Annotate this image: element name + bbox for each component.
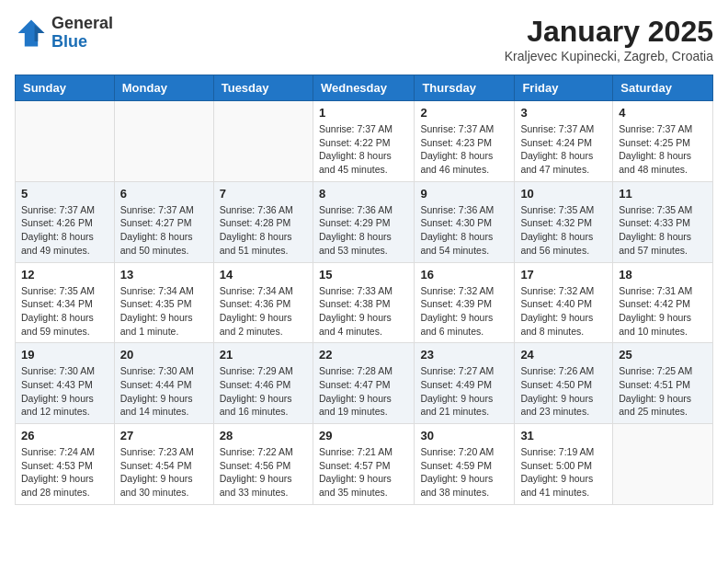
calendar-cell: 4Sunrise: 7:37 AM Sunset: 4:25 PM Daylig… — [613, 101, 713, 182]
calendar-week-5: 26Sunrise: 7:24 AM Sunset: 4:53 PM Dayli… — [16, 424, 713, 505]
day-number: 29 — [319, 429, 408, 442]
day-info: Sunrise: 7:35 AM Sunset: 4:32 PM Dayligh… — [520, 203, 607, 258]
calendar-cell: 19Sunrise: 7:30 AM Sunset: 4:43 PM Dayli… — [16, 343, 115, 424]
calendar-cell: 5Sunrise: 7:37 AM Sunset: 4:26 PM Daylig… — [16, 181, 115, 262]
calendar-cell: 14Sunrise: 7:34 AM Sunset: 4:36 PM Dayli… — [213, 262, 313, 343]
day-info: Sunrise: 7:21 AM Sunset: 4:57 PM Dayligh… — [319, 445, 408, 500]
calendar-cell — [613, 424, 713, 505]
day-number: 25 — [619, 348, 707, 362]
day-number: 2 — [420, 106, 508, 120]
day-info: Sunrise: 7:34 AM Sunset: 4:35 PM Dayligh… — [120, 284, 208, 339]
calendar-cell: 8Sunrise: 7:36 AM Sunset: 4:29 PM Daylig… — [313, 181, 414, 262]
calendar-cell: 25Sunrise: 7:25 AM Sunset: 4:51 PM Dayli… — [613, 343, 713, 424]
calendar-cell: 22Sunrise: 7:28 AM Sunset: 4:47 PM Dayli… — [313, 343, 414, 424]
svg-marker-1 — [35, 25, 45, 41]
day-number: 8 — [319, 187, 408, 201]
day-info: Sunrise: 7:29 AM Sunset: 4:46 PM Dayligh… — [220, 364, 307, 419]
day-number: 1 — [319, 106, 408, 120]
calendar-cell — [16, 101, 115, 182]
calendar-cell: 20Sunrise: 7:30 AM Sunset: 4:44 PM Dayli… — [114, 343, 213, 424]
day-info: Sunrise: 7:31 AM Sunset: 4:42 PM Dayligh… — [619, 284, 707, 339]
calendar-cell: 7Sunrise: 7:36 AM Sunset: 4:28 PM Daylig… — [213, 181, 313, 262]
day-info: Sunrise: 7:26 AM Sunset: 4:50 PM Dayligh… — [520, 364, 607, 419]
calendar-cell: 26Sunrise: 7:24 AM Sunset: 4:53 PM Dayli… — [16, 424, 115, 505]
day-number: 11 — [619, 187, 707, 201]
calendar-cell: 31Sunrise: 7:19 AM Sunset: 5:00 PM Dayli… — [515, 424, 613, 505]
day-number: 21 — [220, 348, 307, 362]
calendar-week-3: 12Sunrise: 7:35 AM Sunset: 4:34 PM Dayli… — [16, 262, 713, 343]
title-block: January 2025 Kraljevec Kupinecki, Zagreb… — [505, 15, 713, 63]
weekday-header-wednesday: Wednesday — [313, 75, 414, 101]
day-info: Sunrise: 7:32 AM Sunset: 4:40 PM Dayligh… — [520, 284, 607, 339]
calendar-cell: 13Sunrise: 7:34 AM Sunset: 4:35 PM Dayli… — [114, 262, 213, 343]
calendar-cell: 6Sunrise: 7:37 AM Sunset: 4:27 PM Daylig… — [114, 181, 213, 262]
day-number: 14 — [220, 268, 307, 282]
day-info: Sunrise: 7:25 AM Sunset: 4:51 PM Dayligh… — [619, 364, 707, 419]
day-info: Sunrise: 7:35 AM Sunset: 4:34 PM Dayligh… — [21, 284, 108, 339]
day-info: Sunrise: 7:28 AM Sunset: 4:47 PM Dayligh… — [319, 364, 408, 419]
day-info: Sunrise: 7:30 AM Sunset: 4:44 PM Dayligh… — [120, 364, 208, 419]
day-number: 23 — [420, 348, 508, 362]
day-info: Sunrise: 7:36 AM Sunset: 4:29 PM Dayligh… — [319, 203, 408, 258]
calendar-cell: 28Sunrise: 7:22 AM Sunset: 4:56 PM Dayli… — [213, 424, 313, 505]
day-info: Sunrise: 7:37 AM Sunset: 4:24 PM Dayligh… — [520, 122, 607, 177]
calendar-week-1: 1Sunrise: 7:37 AM Sunset: 4:22 PM Daylig… — [16, 101, 713, 182]
day-info: Sunrise: 7:37 AM Sunset: 4:23 PM Dayligh… — [420, 122, 508, 177]
calendar-cell: 1Sunrise: 7:37 AM Sunset: 4:22 PM Daylig… — [313, 101, 414, 182]
weekday-header-friday: Friday — [515, 75, 613, 101]
calendar-cell: 29Sunrise: 7:21 AM Sunset: 4:57 PM Dayli… — [313, 424, 414, 505]
day-info: Sunrise: 7:36 AM Sunset: 4:28 PM Dayligh… — [220, 203, 307, 258]
day-number: 24 — [520, 348, 607, 362]
calendar-cell: 12Sunrise: 7:35 AM Sunset: 4:34 PM Dayli… — [16, 262, 115, 343]
month-title: January 2025 — [505, 15, 713, 49]
day-number: 15 — [319, 268, 408, 282]
weekday-header-row: SundayMondayTuesdayWednesdayThursdayFrid… — [16, 75, 713, 101]
calendar-cell: 2Sunrise: 7:37 AM Sunset: 4:23 PM Daylig… — [415, 101, 515, 182]
calendar-cell: 11Sunrise: 7:35 AM Sunset: 4:33 PM Dayli… — [613, 181, 713, 262]
day-number: 3 — [520, 106, 607, 120]
calendar-cell: 16Sunrise: 7:32 AM Sunset: 4:39 PM Dayli… — [415, 262, 515, 343]
calendar-cell: 10Sunrise: 7:35 AM Sunset: 4:32 PM Dayli… — [515, 181, 613, 262]
day-info: Sunrise: 7:19 AM Sunset: 5:00 PM Dayligh… — [520, 445, 607, 500]
day-number: 19 — [21, 348, 108, 362]
weekday-header-sunday: Sunday — [16, 75, 115, 101]
calendar-cell: 15Sunrise: 7:33 AM Sunset: 4:38 PM Dayli… — [313, 262, 414, 343]
day-number: 26 — [21, 429, 108, 442]
weekday-header-saturday: Saturday — [613, 75, 713, 101]
weekday-header-tuesday: Tuesday — [213, 75, 313, 101]
calendar-cell — [114, 101, 213, 182]
day-info: Sunrise: 7:34 AM Sunset: 4:36 PM Dayligh… — [220, 284, 307, 339]
logo: General Blue — [15, 15, 113, 52]
day-number: 22 — [319, 348, 408, 362]
calendar-week-2: 5Sunrise: 7:37 AM Sunset: 4:26 PM Daylig… — [16, 181, 713, 262]
calendar-cell: 3Sunrise: 7:37 AM Sunset: 4:24 PM Daylig… — [515, 101, 613, 182]
day-info: Sunrise: 7:20 AM Sunset: 4:59 PM Dayligh… — [420, 445, 508, 500]
day-info: Sunrise: 7:27 AM Sunset: 4:49 PM Dayligh… — [420, 364, 508, 419]
calendar-week-4: 19Sunrise: 7:30 AM Sunset: 4:43 PM Dayli… — [16, 343, 713, 424]
calendar-cell: 18Sunrise: 7:31 AM Sunset: 4:42 PM Dayli… — [613, 262, 713, 343]
location-subtitle: Kraljevec Kupinecki, Zagreb, Croatia — [505, 49, 713, 63]
logo-text: General Blue — [51, 15, 113, 52]
day-info: Sunrise: 7:37 AM Sunset: 4:25 PM Dayligh… — [619, 122, 707, 177]
calendar-table: SundayMondayTuesdayWednesdayThursdayFrid… — [15, 75, 713, 505]
day-info: Sunrise: 7:23 AM Sunset: 4:54 PM Dayligh… — [120, 445, 208, 500]
day-number: 28 — [220, 429, 307, 442]
day-number: 12 — [21, 268, 108, 282]
calendar-cell: 24Sunrise: 7:26 AM Sunset: 4:50 PM Dayli… — [515, 343, 613, 424]
day-info: Sunrise: 7:35 AM Sunset: 4:33 PM Dayligh… — [619, 203, 707, 258]
day-number: 31 — [520, 429, 607, 442]
day-info: Sunrise: 7:22 AM Sunset: 4:56 PM Dayligh… — [220, 445, 307, 500]
calendar-cell: 30Sunrise: 7:20 AM Sunset: 4:59 PM Dayli… — [415, 424, 515, 505]
day-info: Sunrise: 7:36 AM Sunset: 4:30 PM Dayligh… — [420, 203, 508, 258]
day-number: 10 — [520, 187, 607, 201]
day-number: 18 — [619, 268, 707, 282]
day-number: 20 — [120, 348, 208, 362]
day-number: 27 — [120, 429, 208, 442]
day-info: Sunrise: 7:30 AM Sunset: 4:43 PM Dayligh… — [21, 364, 108, 419]
day-info: Sunrise: 7:37 AM Sunset: 4:27 PM Dayligh… — [120, 203, 208, 258]
day-info: Sunrise: 7:32 AM Sunset: 4:39 PM Dayligh… — [420, 284, 508, 339]
day-number: 6 — [120, 187, 208, 201]
day-info: Sunrise: 7:37 AM Sunset: 4:22 PM Dayligh… — [319, 122, 408, 177]
day-number: 17 — [520, 268, 607, 282]
day-number: 16 — [420, 268, 508, 282]
